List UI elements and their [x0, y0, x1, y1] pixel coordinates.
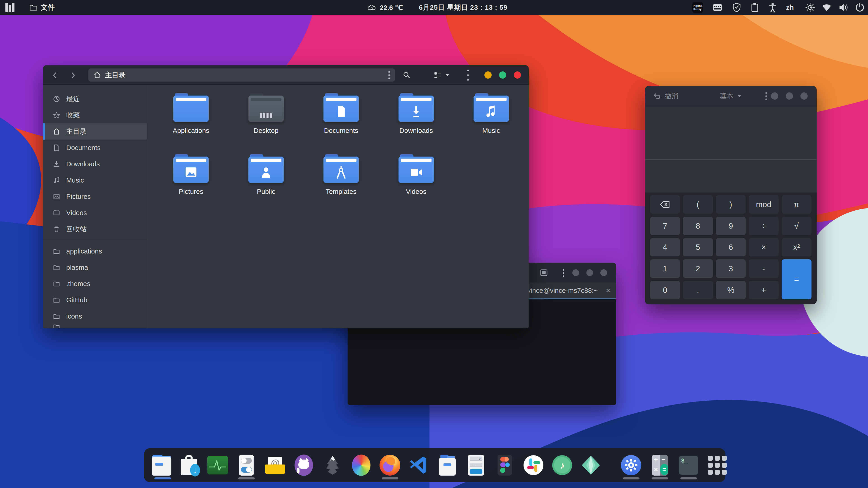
plus-key[interactable]: + [749, 281, 778, 299]
dock-item-calculator[interactable]: +−×= [649, 448, 671, 482]
mod-key[interactable]: mod [749, 195, 778, 214]
terminal-minimize-button[interactable] [572, 269, 579, 276]
sidebar-item-starred[interactable]: 收藏 [43, 107, 147, 123]
dock-item-photos[interactable] [350, 448, 372, 482]
distro-logo-icon[interactable] [5, 3, 14, 12]
sidebar-item-videos[interactable]: Videos [43, 205, 147, 221]
dock-item-gem-app[interactable] [580, 448, 602, 482]
dock-item-vscode[interactable] [408, 448, 430, 482]
folder-item-pictures[interactable]: Pictures [153, 153, 228, 214]
pi-key[interactable]: π [782, 195, 811, 214]
back-button[interactable] [49, 69, 61, 81]
accessibility-icon[interactable] [768, 2, 777, 12]
calculator-headerbar[interactable]: 撤消 基本 [645, 86, 817, 106]
calculator-close-button[interactable] [800, 92, 808, 100]
input-method-indicator[interactable]: zh [786, 3, 794, 11]
minimize-button[interactable] [485, 71, 492, 78]
key-5[interactable]: 5 [683, 238, 713, 257]
key-7[interactable]: 7 [650, 217, 680, 235]
proxy-tray-badge[interactable]: Pigcha Proxy [692, 2, 703, 13]
calculator-maximize-button[interactable] [786, 92, 793, 100]
folder-item-videos[interactable]: Videos [379, 153, 454, 214]
dock-item-app-grid[interactable] [706, 448, 728, 482]
night-light-icon[interactable] [805, 2, 815, 12]
sidebar-item-themes-folder[interactable]: .themes [43, 275, 147, 292]
sidebar-item-plasma-folder[interactable]: plasma [43, 259, 147, 275]
divide-key[interactable]: ÷ [749, 217, 778, 235]
sidebar-item-icons-folder[interactable]: icons [43, 308, 147, 324]
dock-item-inkscape[interactable] [322, 448, 343, 482]
dock-item-file-cabinet[interactable] [436, 448, 458, 482]
sidebar-item-trash[interactable]: 回收站 [43, 221, 147, 237]
wifi-icon[interactable] [822, 3, 832, 12]
open-paren-key[interactable]: ( [683, 195, 713, 214]
clock-area[interactable]: 22.6 ℃ 6月25日 星期日 23 : 13 : 59 [367, 0, 507, 15]
sidebar-item-applications-folder[interactable]: applications [43, 243, 147, 259]
forward-button[interactable] [67, 69, 79, 81]
search-button[interactable] [399, 69, 414, 81]
minus-key[interactable]: - [749, 259, 778, 278]
close-button[interactable] [514, 71, 521, 78]
sidebar-item-pictures[interactable]: Pictures [43, 188, 147, 205]
folder-item-desktop[interactable]: Desktop [228, 92, 304, 153]
window-menu-icon[interactable] [462, 69, 474, 81]
new-tab-icon[interactable] [539, 268, 548, 277]
equals-key[interactable]: = [782, 259, 811, 299]
dock-item-system-monitor[interactable] [207, 448, 228, 482]
key-4[interactable]: 4 [650, 238, 680, 257]
sidebar-item-downloads[interactable]: Downloads [43, 156, 147, 172]
dock-item-figma[interactable] [494, 448, 516, 482]
dock-item-files[interactable] [152, 448, 171, 482]
backspace-key[interactable] [650, 195, 680, 214]
key-9[interactable]: 9 [716, 217, 746, 235]
tab-close-icon[interactable]: × [606, 286, 610, 295]
dock-item-tweaks[interactable] [236, 448, 257, 482]
keyboard-icon[interactable] [712, 3, 723, 12]
folder-item-public[interactable]: Public [228, 153, 304, 214]
dock-item-mail[interactable]: @ [264, 448, 286, 482]
key-8[interactable]: 8 [683, 217, 713, 235]
terminal-menu-icon[interactable] [563, 269, 564, 277]
key-1[interactable]: 1 [650, 259, 680, 278]
folder-item-documents[interactable]: Documents [304, 92, 379, 153]
calculator-minimize-button[interactable] [771, 92, 778, 100]
app-menu[interactable]: 文件 [29, 3, 55, 12]
square-key[interactable]: x² [782, 238, 811, 257]
decimal-key[interactable]: . [683, 281, 713, 299]
dock-item-software-store[interactable]: ↓ [178, 448, 200, 482]
sidebar-item-home[interactable]: 主目录 [43, 123, 147, 140]
shield-icon[interactable] [732, 2, 741, 12]
sidebar-item-github-folder[interactable]: GitHub [43, 292, 147, 308]
dock-item-music-player[interactable]: ♪ [551, 448, 573, 482]
folder-item-music[interactable]: Music [454, 92, 529, 153]
view-toggle-button[interactable] [425, 69, 458, 81]
sidebar-item-music[interactable]: Music [43, 172, 147, 188]
path-options-icon[interactable] [388, 71, 390, 79]
clipboard-icon[interactable] [750, 2, 759, 12]
files-headerbar[interactable]: 主目录 [43, 65, 529, 85]
sidebar-item-recent[interactable]: 最近 [43, 91, 147, 107]
maximize-button[interactable] [499, 71, 506, 78]
folder-item-templates[interactable]: Templates [304, 153, 379, 214]
percent-key[interactable]: % [716, 281, 746, 299]
key-0[interactable]: 0 [650, 281, 680, 299]
volume-icon[interactable] [838, 3, 848, 12]
multiply-key[interactable]: × [749, 238, 778, 257]
sidebar-item-clipped[interactable] [43, 324, 147, 328]
folder-item-downloads[interactable]: Downloads [379, 92, 454, 153]
dock-item-slack[interactable] [523, 448, 544, 482]
path-bar[interactable]: 主目录 [88, 68, 395, 82]
terminal-maximize-button[interactable] [586, 269, 593, 276]
key-6[interactable]: 6 [716, 238, 746, 257]
dock-item-github[interactable] [293, 448, 315, 482]
dock-item-settings[interactable] [620, 448, 642, 482]
dock-item-preferences-dialog[interactable] [465, 448, 487, 482]
weather-widget[interactable]: 22.6 ℃ [367, 4, 403, 11]
power-icon[interactable] [855, 2, 865, 12]
calculator-menu-icon[interactable] [765, 92, 767, 100]
dock-item-firefox[interactable] [379, 448, 401, 482]
folder-item-applications[interactable]: Applications [153, 92, 228, 153]
sqrt-key[interactable]: √ [782, 217, 811, 235]
dock-item-terminal[interactable]: $_ [678, 448, 700, 482]
key-3[interactable]: 3 [716, 259, 746, 278]
